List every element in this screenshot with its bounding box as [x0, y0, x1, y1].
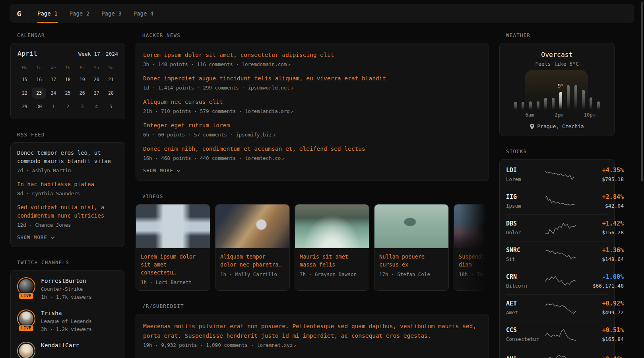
hackernews-item-title[interactable]: Aliquam nec cursus elit [143, 97, 481, 106]
calendar-weekday: Tu [32, 64, 46, 72]
twitch-channel[interactable]: KendallCarr [17, 342, 118, 358]
calendar-day: 15 [17, 74, 32, 85]
app-logo: G [10, 4, 29, 23]
twitch-channel-name[interactable]: ForrestBurton [41, 277, 92, 285]
hackernews-item-title[interactable]: Lorem ipsum dolor sit amet, consectetur … [143, 51, 481, 59]
nav-tab-page-3[interactable]: Page 3 [95, 4, 128, 23]
calendar-day: 17 [46, 74, 60, 85]
twitch-channel-name[interactable]: KendallCarr [41, 342, 79, 349]
stock-change: +1.36% [578, 247, 624, 254]
stock-sparkline [544, 248, 578, 261]
video-title[interactable]: Mauris sit amet massa felis [300, 253, 364, 268]
right-column: WEATHER Overcast Feels like 5°C 9° 6am2p… [499, 32, 615, 358]
hackernews-item-title[interactable]: Donec enim nibh, condimentum et accumsan… [143, 144, 481, 153]
stock-sparkline [544, 195, 578, 208]
video-card[interactable]: Nullam posuere cursus ex17h · Stefan Col… [374, 204, 449, 291]
stock-identity: IIGIpsum [506, 193, 544, 209]
calendar-day: 4 [89, 101, 104, 112]
stock-values: -1.00%$66,171.48 [578, 273, 624, 289]
video-thumbnail-sea[interactable] [295, 204, 369, 248]
weather-bar [567, 85, 570, 110]
hackernews-item-title[interactable]: Integer eget rutrum lorem [143, 121, 481, 130]
avatar: LIVE [17, 277, 35, 297]
stock-row: IIGIpsum+2.84%$42.04 [506, 188, 608, 214]
twitch-channel[interactable]: LIVEForrestBurtonCounter-Strike1h · 1.7k… [17, 277, 118, 301]
weather-hourly-chart: 9° [512, 73, 602, 110]
nav-tab-page-4[interactable]: Page 4 [128, 4, 160, 23]
rss-show-more-button[interactable]: SHOW MORE [17, 235, 55, 240]
weather-bar-slot [564, 73, 572, 110]
rss-show-more-label: SHOW MORE [17, 235, 47, 240]
calendar-day: 18 [60, 74, 75, 85]
calendar-month: April [17, 50, 37, 57]
twitch-channel-viewers: 3h · 1.2k viewers [41, 326, 92, 333]
stock-values: +2.84%$42.04 [578, 193, 624, 209]
stock-price: $148.64 [578, 256, 624, 263]
weather-hour-empty [541, 112, 548, 118]
video-title[interactable]: Lorem ipsum dolor sit amet consectetu… [141, 253, 205, 276]
video-card[interactable]: Aliquam tempor dolor nec pharetra…1h · M… [215, 204, 290, 291]
stock-sparkline [544, 221, 578, 235]
weather-hour-label: 2pm [555, 112, 563, 118]
hackernews-item-meta-text: 16h · 468 points · 440 comments · [143, 155, 245, 161]
stock-sparkline [544, 353, 578, 358]
scrollbar-thumb[interactable] [641, 2, 643, 181]
nav-tab-page-2[interactable]: Page 2 [64, 4, 96, 23]
video-thumbnail-monument[interactable] [136, 204, 210, 248]
stock-price: $499.72 [578, 309, 624, 316]
twitch-channel-name[interactable]: Trisha [41, 309, 92, 317]
video-card[interactable]: Lorem ipsum dolor sit amet consectetu…1h… [136, 204, 210, 291]
calendar-widget: CALENDAR April Week 17·2024 MoTuWeThFrSa… [10, 32, 125, 119]
rss-list: Donec tempor eros leo, ut commodo mauris… [17, 149, 118, 229]
hackernews-item-domain-link[interactable]: ipsumworld.net↗ [248, 85, 293, 91]
reddit-widget: /R/SUBREDDIT Maecenas mollis pulvinar er… [136, 303, 489, 358]
video-card[interactable]: Mauris sit amet massa felis7h · Grayson … [295, 204, 369, 291]
twitch-card: LIVEForrestBurtonCounter-Strike1h · 1.7k… [10, 270, 125, 358]
rss-item-title[interactable]: Donec tempor eros leo, ut commodo mauris… [17, 149, 118, 165]
weather-bar [590, 97, 592, 110]
calendar-weekday: Su [104, 64, 118, 72]
video-title[interactable]: Aliquam tempor dolor nec pharetra… [220, 253, 285, 268]
rss-item-title[interactable]: In hac habitasse platea [17, 180, 118, 189]
stock-row: LDILorem+4.35%$795.18 [506, 161, 608, 188]
stock-symbol: AET [506, 300, 544, 307]
reddit-post-domain-link[interactable]: loremnet.xyz↗ [257, 342, 297, 348]
avatar-photo [19, 344, 33, 358]
rss-item-meta: 8d · Cynthia Saunders [17, 190, 118, 197]
calendar-day: 27 [89, 88, 104, 99]
stock-price: $156.28 [578, 229, 624, 236]
video-thumbnail-camera[interactable] [215, 204, 289, 248]
twitch-widget-title: TWITCH CHANNELS [17, 259, 125, 266]
hackernews-item-meta-text: 6h · 60 points · 57 comments · [143, 132, 236, 138]
hackernews-item-domain-link[interactable]: loremlandia.org↗ [245, 108, 293, 114]
weather-bar [514, 102, 517, 110]
video-title[interactable]: Suspendisse diam [459, 253, 489, 268]
stock-change: +1.42% [578, 220, 624, 228]
weather-bar-slot [542, 73, 549, 110]
calendar-year: 2024 [106, 51, 118, 57]
video-thumbnail-fog[interactable] [454, 204, 489, 248]
calendar-day: 25 [60, 88, 75, 99]
hackernews-item-domain-link[interactable]: loremdomain.com↗ [242, 61, 290, 67]
offline-ring [17, 342, 35, 358]
stock-change: +0.46% [578, 356, 624, 358]
hackernews-item-domain: loremlandia.org [245, 108, 290, 114]
hackernews-show-more-button[interactable]: SHOW MORE [143, 168, 181, 173]
stock-sparkline [544, 328, 578, 341]
twitch-channel[interactable]: LIVETrishaLeague of Legends3h · 1.2k vie… [17, 309, 118, 333]
weather-bar-slot [512, 73, 519, 110]
video-thumbnail-canoe[interactable] [374, 204, 448, 248]
hackernews-item-domain-link[interactable]: loremtech.co↗ [245, 155, 285, 161]
stock-values: +4.35%$795.18 [578, 167, 624, 183]
video-title[interactable]: Nullam posuere cursus ex [379, 253, 444, 268]
calendar-day: 2 [60, 101, 75, 112]
hackernews-item-title[interactable]: Donec imperdiet augue tincidunt felis al… [143, 74, 481, 83]
reddit-card: Maecenas mollis pulvinar erat non posuer… [136, 314, 489, 358]
reddit-post-title[interactable]: Maecenas mollis pulvinar erat non posuer… [143, 321, 481, 340]
weather-bar [529, 101, 532, 110]
hackernews-item-domain-link[interactable]: ipsumify.biz↗ [236, 132, 275, 138]
nav-tab-page-1[interactable]: Page 1 [31, 4, 64, 23]
video-card[interactable]: Suspendisse diam18h · Tara [454, 204, 489, 291]
weather-hour-empty [548, 112, 555, 118]
rss-item-title[interactable]: Sed volutpat nulla nisl, a condimentum n… [17, 203, 118, 220]
